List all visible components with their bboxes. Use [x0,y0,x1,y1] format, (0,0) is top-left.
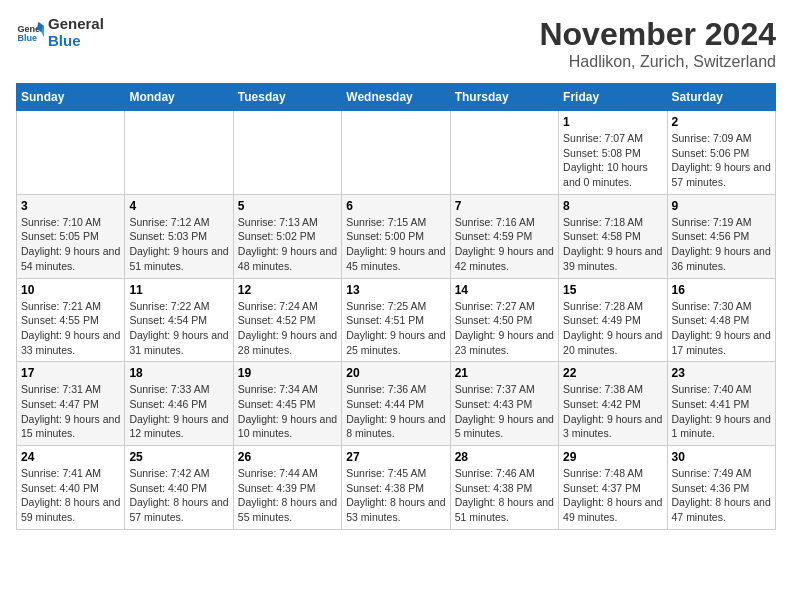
calendar-cell: 17Sunrise: 7:31 AM Sunset: 4:47 PM Dayli… [17,362,125,446]
day-number: 5 [238,199,337,213]
day-number: 17 [21,366,120,380]
calendar-cell [17,111,125,195]
logo-icon: General Blue [16,19,44,47]
calendar-cell: 3Sunrise: 7:10 AM Sunset: 5:05 PM Daylig… [17,194,125,278]
day-number: 11 [129,283,228,297]
calendar-cell: 25Sunrise: 7:42 AM Sunset: 4:40 PM Dayli… [125,446,233,530]
day-info: Sunrise: 7:21 AM Sunset: 4:55 PM Dayligh… [21,299,120,358]
calendar-cell: 6Sunrise: 7:15 AM Sunset: 5:00 PM Daylig… [342,194,450,278]
day-info: Sunrise: 7:19 AM Sunset: 4:56 PM Dayligh… [672,215,771,274]
calendar-cell: 30Sunrise: 7:49 AM Sunset: 4:36 PM Dayli… [667,446,775,530]
calendar-cell [233,111,341,195]
day-info: Sunrise: 7:42 AM Sunset: 4:40 PM Dayligh… [129,466,228,525]
calendar-body: 1Sunrise: 7:07 AM Sunset: 5:08 PM Daylig… [17,111,776,530]
calendar-header-friday: Friday [559,84,667,111]
calendar-cell [342,111,450,195]
calendar-cell: 16Sunrise: 7:30 AM Sunset: 4:48 PM Dayli… [667,278,775,362]
day-number: 30 [672,450,771,464]
day-info: Sunrise: 7:12 AM Sunset: 5:03 PM Dayligh… [129,215,228,274]
day-info: Sunrise: 7:30 AM Sunset: 4:48 PM Dayligh… [672,299,771,358]
calendar-header-saturday: Saturday [667,84,775,111]
day-info: Sunrise: 7:48 AM Sunset: 4:37 PM Dayligh… [563,466,662,525]
svg-text:Blue: Blue [17,33,37,43]
calendar-cell: 19Sunrise: 7:34 AM Sunset: 4:45 PM Dayli… [233,362,341,446]
day-info: Sunrise: 7:27 AM Sunset: 4:50 PM Dayligh… [455,299,554,358]
calendar-cell: 7Sunrise: 7:16 AM Sunset: 4:59 PM Daylig… [450,194,558,278]
day-info: Sunrise: 7:09 AM Sunset: 5:06 PM Dayligh… [672,131,771,190]
day-info: Sunrise: 7:22 AM Sunset: 4:54 PM Dayligh… [129,299,228,358]
day-number: 10 [21,283,120,297]
day-info: Sunrise: 7:07 AM Sunset: 5:08 PM Dayligh… [563,131,662,190]
calendar-week-3: 10Sunrise: 7:21 AM Sunset: 4:55 PM Dayli… [17,278,776,362]
day-number: 22 [563,366,662,380]
calendar-cell: 10Sunrise: 7:21 AM Sunset: 4:55 PM Dayli… [17,278,125,362]
day-number: 28 [455,450,554,464]
calendar-cell: 29Sunrise: 7:48 AM Sunset: 4:37 PM Dayli… [559,446,667,530]
day-info: Sunrise: 7:38 AM Sunset: 4:42 PM Dayligh… [563,382,662,441]
calendar-cell: 13Sunrise: 7:25 AM Sunset: 4:51 PM Dayli… [342,278,450,362]
day-number: 27 [346,450,445,464]
calendar-week-5: 24Sunrise: 7:41 AM Sunset: 4:40 PM Dayli… [17,446,776,530]
day-info: Sunrise: 7:34 AM Sunset: 4:45 PM Dayligh… [238,382,337,441]
day-number: 12 [238,283,337,297]
day-info: Sunrise: 7:16 AM Sunset: 4:59 PM Dayligh… [455,215,554,274]
day-info: Sunrise: 7:25 AM Sunset: 4:51 PM Dayligh… [346,299,445,358]
day-number: 13 [346,283,445,297]
calendar-header-wednesday: Wednesday [342,84,450,111]
day-info: Sunrise: 7:41 AM Sunset: 4:40 PM Dayligh… [21,466,120,525]
calendar-cell: 22Sunrise: 7:38 AM Sunset: 4:42 PM Dayli… [559,362,667,446]
day-info: Sunrise: 7:36 AM Sunset: 4:44 PM Dayligh… [346,382,445,441]
day-info: Sunrise: 7:13 AM Sunset: 5:02 PM Dayligh… [238,215,337,274]
month-title: November 2024 [539,16,776,53]
calendar-cell: 5Sunrise: 7:13 AM Sunset: 5:02 PM Daylig… [233,194,341,278]
logo-blue-text: Blue [48,33,104,50]
day-info: Sunrise: 7:45 AM Sunset: 4:38 PM Dayligh… [346,466,445,525]
calendar-cell: 2Sunrise: 7:09 AM Sunset: 5:06 PM Daylig… [667,111,775,195]
day-number: 16 [672,283,771,297]
calendar-header-row: SundayMondayTuesdayWednesdayThursdayFrid… [17,84,776,111]
day-info: Sunrise: 7:24 AM Sunset: 4:52 PM Dayligh… [238,299,337,358]
day-number: 29 [563,450,662,464]
day-number: 14 [455,283,554,297]
calendar-cell: 1Sunrise: 7:07 AM Sunset: 5:08 PM Daylig… [559,111,667,195]
calendar-header-monday: Monday [125,84,233,111]
day-info: Sunrise: 7:40 AM Sunset: 4:41 PM Dayligh… [672,382,771,441]
calendar-table: SundayMondayTuesdayWednesdayThursdayFrid… [16,83,776,530]
day-info: Sunrise: 7:31 AM Sunset: 4:47 PM Dayligh… [21,382,120,441]
day-number: 18 [129,366,228,380]
day-number: 21 [455,366,554,380]
calendar-cell: 11Sunrise: 7:22 AM Sunset: 4:54 PM Dayli… [125,278,233,362]
day-number: 1 [563,115,662,129]
day-info: Sunrise: 7:46 AM Sunset: 4:38 PM Dayligh… [455,466,554,525]
day-number: 6 [346,199,445,213]
day-number: 3 [21,199,120,213]
day-number: 23 [672,366,771,380]
calendar-cell: 18Sunrise: 7:33 AM Sunset: 4:46 PM Dayli… [125,362,233,446]
calendar-cell: 21Sunrise: 7:37 AM Sunset: 4:43 PM Dayli… [450,362,558,446]
calendar-week-2: 3Sunrise: 7:10 AM Sunset: 5:05 PM Daylig… [17,194,776,278]
day-number: 7 [455,199,554,213]
day-number: 24 [21,450,120,464]
day-number: 26 [238,450,337,464]
calendar-cell: 9Sunrise: 7:19 AM Sunset: 4:56 PM Daylig… [667,194,775,278]
calendar-header-sunday: Sunday [17,84,125,111]
logo-general-text: General [48,16,104,33]
title-area: November 2024 Hadlikon, Zurich, Switzerl… [539,16,776,71]
day-number: 25 [129,450,228,464]
day-number: 4 [129,199,228,213]
day-number: 8 [563,199,662,213]
day-number: 19 [238,366,337,380]
calendar-cell: 4Sunrise: 7:12 AM Sunset: 5:03 PM Daylig… [125,194,233,278]
day-info: Sunrise: 7:44 AM Sunset: 4:39 PM Dayligh… [238,466,337,525]
day-info: Sunrise: 7:49 AM Sunset: 4:36 PM Dayligh… [672,466,771,525]
calendar-cell: 26Sunrise: 7:44 AM Sunset: 4:39 PM Dayli… [233,446,341,530]
day-number: 15 [563,283,662,297]
day-info: Sunrise: 7:15 AM Sunset: 5:00 PM Dayligh… [346,215,445,274]
day-info: Sunrise: 7:18 AM Sunset: 4:58 PM Dayligh… [563,215,662,274]
day-info: Sunrise: 7:10 AM Sunset: 5:05 PM Dayligh… [21,215,120,274]
day-number: 2 [672,115,771,129]
day-info: Sunrise: 7:33 AM Sunset: 4:46 PM Dayligh… [129,382,228,441]
calendar-week-1: 1Sunrise: 7:07 AM Sunset: 5:08 PM Daylig… [17,111,776,195]
calendar-cell: 14Sunrise: 7:27 AM Sunset: 4:50 PM Dayli… [450,278,558,362]
calendar-cell: 28Sunrise: 7:46 AM Sunset: 4:38 PM Dayli… [450,446,558,530]
